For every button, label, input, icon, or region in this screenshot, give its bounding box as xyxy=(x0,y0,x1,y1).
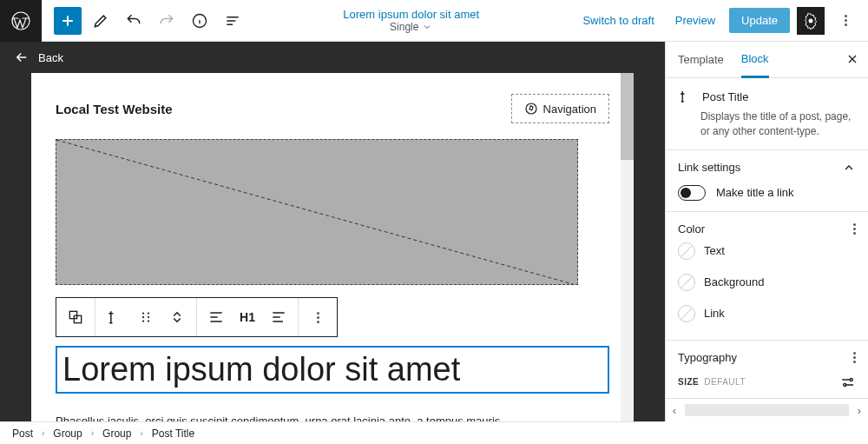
panel-link-settings-head[interactable]: Link settings xyxy=(678,161,856,175)
color-background[interactable]: Background xyxy=(678,267,856,298)
top-toolbar: Lorem ipsum dolor sit amet Single Switch… xyxy=(0,0,868,42)
scroll-track[interactable] xyxy=(685,404,849,416)
document-title-area[interactable]: Lorem ipsum dolor sit amet Single xyxy=(247,8,575,33)
svg-point-9 xyxy=(142,320,144,321)
panel-link-settings: Link settings Make title a link xyxy=(666,150,868,212)
color-link[interactable]: Link xyxy=(678,298,856,329)
align-button[interactable] xyxy=(201,302,232,333)
settings-sidebar: Template Block Post Title Displays the t… xyxy=(665,42,868,421)
heading-level-button[interactable]: H1 xyxy=(232,302,263,333)
back-label: Back xyxy=(38,51,63,64)
undo-button[interactable] xyxy=(120,7,148,35)
tab-block[interactable]: Block xyxy=(741,42,769,78)
editor-canvas[interactable]: Local Test Website Navigation xyxy=(31,73,634,421)
canvas-scrollbar-thumb[interactable] xyxy=(621,73,634,160)
text-align-button[interactable] xyxy=(263,302,294,333)
block-info: Post Title Displays the title of a post,… xyxy=(666,78,868,150)
size-control-icon[interactable] xyxy=(840,376,856,388)
chevron-down-icon xyxy=(422,22,432,32)
panel-color: Color Text Background Link xyxy=(666,212,868,341)
color-text[interactable]: Text xyxy=(678,235,856,267)
svg-point-14 xyxy=(844,383,846,386)
svg-point-12 xyxy=(148,320,149,321)
tab-template[interactable]: Template xyxy=(678,43,724,76)
panel-typography: Typography xyxy=(666,341,868,368)
block-description: Displays the title of a post, page, or a… xyxy=(700,109,856,139)
edit-mode-button[interactable] xyxy=(87,7,115,35)
svg-rect-6 xyxy=(74,315,81,322)
sidebar-tabs: Template Block xyxy=(666,42,868,78)
wordpress-logo[interactable] xyxy=(0,0,42,42)
svg-point-3 xyxy=(526,103,536,114)
more-options-button[interactable] xyxy=(832,7,859,35)
typography-size-row: SIZE DEFAULT xyxy=(666,368,868,390)
compass-icon xyxy=(524,102,538,116)
post-title-block[interactable]: Lorem ipsum dolor sit amet xyxy=(56,346,609,394)
transform-button[interactable] xyxy=(99,302,130,333)
scroll-right-icon[interactable]: › xyxy=(851,404,868,417)
block-more-button[interactable] xyxy=(302,302,333,333)
svg-rect-5 xyxy=(69,311,76,318)
typography-more-icon[interactable] xyxy=(853,352,856,363)
document-title: Lorem ipsum dolor sit amet xyxy=(343,8,479,21)
post-title-icon xyxy=(678,89,694,104)
post-content[interactable]: Phasellus iaculis, orci quis suscipit co… xyxy=(56,414,609,421)
svg-point-2 xyxy=(809,18,813,23)
list-view-button[interactable] xyxy=(219,7,247,35)
block-type-button[interactable] xyxy=(60,302,91,333)
swatch-icon xyxy=(678,242,695,260)
add-block-button[interactable] xyxy=(54,7,82,35)
block-toolbar: H1 xyxy=(56,297,338,337)
navigation-block[interactable]: Navigation xyxy=(511,94,609,123)
settings-button[interactable] xyxy=(797,7,825,35)
svg-point-8 xyxy=(142,316,144,318)
preview-button[interactable]: Preview xyxy=(668,9,722,32)
info-button[interactable] xyxy=(186,7,214,35)
svg-point-10 xyxy=(148,312,149,314)
block-name: Post Title xyxy=(702,90,748,103)
update-button[interactable]: Update xyxy=(729,8,790,33)
toolbar-right: Switch to draft Preview Update xyxy=(575,7,868,35)
swatch-icon xyxy=(678,305,695,322)
sidebar-h-scrollbar[interactable]: ‹ › xyxy=(666,398,868,421)
switch-to-draft-button[interactable]: Switch to draft xyxy=(575,9,661,32)
editor-canvas-wrap: Back Local Test Website Navigation xyxy=(0,42,665,421)
color-more-icon[interactable] xyxy=(853,223,856,235)
panel-typography-head[interactable]: Typography xyxy=(678,351,856,364)
template-selector[interactable]: Single xyxy=(390,21,432,33)
scroll-left-icon[interactable]: ‹ xyxy=(666,404,683,417)
drag-handle[interactable] xyxy=(130,302,161,333)
breadcrumb-item[interactable]: Post Title xyxy=(152,427,194,440)
block-breadcrumb: Post› Group› Group› Post Title xyxy=(0,421,665,444)
toggle-label: Make title a link xyxy=(716,186,794,199)
canvas-scrollbar-track[interactable] xyxy=(621,73,634,421)
svg-point-7 xyxy=(142,312,144,314)
chevron-up-icon xyxy=(842,161,856,175)
make-title-link-toggle[interactable] xyxy=(678,185,706,201)
svg-line-4 xyxy=(56,140,578,285)
breadcrumb-item[interactable]: Group xyxy=(53,427,82,440)
redo-button[interactable] xyxy=(153,7,181,35)
featured-image-placeholder[interactable] xyxy=(56,139,578,285)
panel-color-head[interactable]: Color xyxy=(678,222,856,235)
breadcrumb-item[interactable]: Post xyxy=(12,427,33,440)
close-sidebar-button[interactable] xyxy=(845,52,859,66)
swatch-icon xyxy=(678,274,695,291)
svg-point-11 xyxy=(148,316,149,318)
breadcrumb-item[interactable]: Group xyxy=(102,427,131,440)
move-button[interactable] xyxy=(161,302,193,333)
toolbar-left xyxy=(42,7,247,35)
svg-point-13 xyxy=(850,378,852,381)
site-title[interactable]: Local Test Website xyxy=(56,102,172,116)
back-bar[interactable]: Back xyxy=(0,42,665,73)
arrow-left-icon xyxy=(14,50,30,65)
